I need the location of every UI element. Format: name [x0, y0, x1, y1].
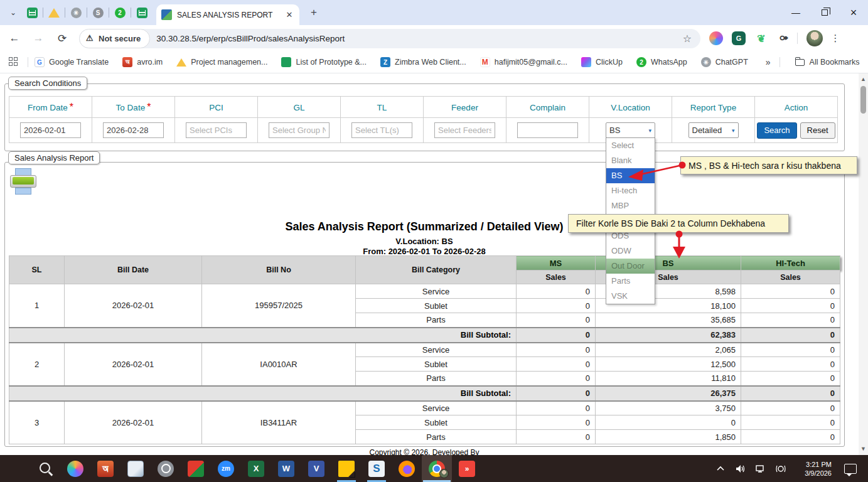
profile-avatar[interactable] [806, 30, 823, 46]
extension-leaf-icon[interactable]: ❦ [754, 31, 768, 45]
bill-category-cell: Service [356, 401, 517, 415]
taskbar-firefox[interactable] [392, 455, 422, 482]
taskbar-chrome[interactable] [422, 455, 452, 482]
sales-value-cell: 0 [741, 284, 840, 299]
restore-button[interactable] [810, 0, 839, 25]
pinned-tab-whatsapp[interactable]: 2 [109, 2, 131, 23]
pinned-tab-drive[interactable] [43, 2, 65, 23]
tray-chevron-icon[interactable] [715, 463, 726, 474]
chrome-profile-avatar [439, 469, 449, 478]
table-row: 32026-02-01IB3411ARService03,7500 [9, 401, 840, 415]
bookmark-item[interactable]: Mhafijmit05@gmail.c... [480, 57, 567, 67]
bookmark-item[interactable]: List of Prototype &... [281, 57, 367, 67]
search-button[interactable]: Search [757, 122, 796, 139]
tab-search-button[interactable]: ⌄ [5, 4, 21, 21]
browser-menu-icon[interactable]: ⋮ [829, 32, 842, 45]
field-label: Action [785, 103, 808, 112]
to-date-input[interactable] [103, 122, 164, 138]
taskbar-anydesk[interactable]: » [452, 455, 482, 482]
minimize-button[interactable]: — [781, 0, 810, 25]
gl-input[interactable] [269, 122, 330, 138]
field-label: From Date [28, 103, 68, 112]
report-legend: Sales Analysis Report [8, 151, 100, 164]
forward-button[interactable]: → [29, 29, 48, 48]
extension-grammarly-icon[interactable]: G [732, 31, 746, 45]
apps-grid-icon[interactable] [9, 57, 19, 67]
taskbar-avro-keyboard[interactable]: অ [90, 455, 121, 482]
sheets-icon [27, 8, 38, 18]
complain-input[interactable] [517, 122, 578, 138]
taskbar-word[interactable]: W [271, 455, 301, 482]
pinned-tab-sheets[interactable] [21, 2, 43, 23]
taskbar-windows-start[interactable] [0, 455, 30, 482]
extension-monica-icon[interactable] [709, 31, 723, 45]
pinned-tab-globe[interactable]: S [87, 2, 109, 23]
new-tab-button[interactable]: + [306, 4, 322, 21]
bookmark-star-icon[interactable]: ☆ [683, 33, 692, 45]
network-icon[interactable] [755, 463, 766, 474]
bookmark-item[interactable]: ZZimbra Web Client... [380, 57, 466, 67]
taskbar-notepad[interactable] [121, 455, 151, 482]
active-tab[interactable]: SALES ANALYSIS REPORT ✕ [156, 4, 299, 25]
reset-button[interactable]: Reset [800, 122, 835, 139]
close-button[interactable]: × [839, 0, 868, 25]
dropdown-option-out-door[interactable]: Out Door [606, 259, 655, 274]
reload-button[interactable]: ⟳ [53, 29, 72, 48]
dropdown-option-hi-tech[interactable]: Hi-tech [606, 183, 655, 198]
feeder-input[interactable] [434, 122, 495, 138]
tl-input[interactable] [351, 122, 412, 138]
subtotal-label: Bill Subtotal: [9, 386, 517, 401]
bookmark-item[interactable]: ✳ChatGPT [701, 57, 748, 67]
dropdown-option-mbp[interactable]: MBP [606, 198, 655, 213]
back-button[interactable]: ← [5, 29, 24, 48]
tab-close-icon[interactable]: ✕ [284, 10, 294, 20]
pinned-tab-sheets-2[interactable] [131, 2, 153, 23]
dropdown-option-odw[interactable]: ODW [606, 244, 655, 259]
taskbar-copilot[interactable] [60, 455, 90, 482]
scrollbar-thumb[interactable] [860, 86, 866, 114]
extensions-puzzle-icon[interactable]: ⚩ [777, 31, 791, 45]
volume-icon[interactable] [735, 463, 746, 474]
bookmark-item[interactable]: Project managemen... [176, 58, 267, 67]
v-location-select[interactable]: BS▾ [606, 122, 655, 138]
print-icon[interactable] [10, 168, 36, 196]
taskbar-excel[interactable]: X [241, 455, 271, 482]
bookmark-item[interactable]: 2WhatsApp [636, 57, 687, 67]
bookmarks-overflow-chevron[interactable]: » [766, 57, 771, 67]
sales-value-cell: 0 [517, 430, 596, 444]
dropdown-option-bs[interactable]: BS [606, 168, 655, 183]
taskbar-visio[interactable]: V [301, 455, 331, 482]
bookmark-item[interactable]: ClickUp [581, 57, 623, 67]
pci-input[interactable] [186, 122, 247, 138]
notification-center-icon[interactable] [844, 464, 857, 474]
subtotal-label: Bill Subtotal: [9, 328, 517, 343]
all-bookmarks-button[interactable]: All Bookmarks [795, 58, 860, 67]
taskbar-whatsapp-desktop[interactable] [151, 455, 181, 482]
page-scrollbar[interactable]: ▲ ▼ [859, 73, 868, 455]
dropdown-option-blank[interactable]: Blank [606, 153, 655, 168]
bookmark-item[interactable]: অavro.im [122, 57, 163, 67]
taskbar: অzmXWVS» 3:21 PM 3/9/2026 [0, 455, 868, 482]
globe-icon: S [93, 8, 104, 18]
address-bar[interactable]: ⚠ Not secure 30.30.28.5/erp/erp/csBillPr… [79, 29, 700, 48]
taskbar-s-editor[interactable]: S [362, 455, 392, 482]
clock[interactable]: 3:21 PM 3/9/2026 [795, 460, 832, 478]
taskbar-search[interactable] [30, 455, 60, 482]
dropdown-option-select[interactable]: Select [606, 138, 655, 153]
taskbar-zoom-app[interactable]: zm [211, 455, 241, 482]
report-type-select[interactable]: Detailed▾ [689, 122, 739, 138]
sales-subheader: Sales [517, 270, 596, 284]
pinned-tab-chatgpt[interactable]: ✳ [65, 2, 87, 23]
scroll-down-icon[interactable]: ▼ [859, 444, 868, 454]
scroll-up-icon[interactable]: ▲ [859, 75, 868, 84]
dropdown-option-vsk[interactable]: VSK [606, 289, 655, 304]
field-label: V.Location [611, 103, 650, 112]
dropdown-option-parts[interactable]: Parts [606, 274, 655, 289]
window-controls: — × [781, 0, 868, 25]
bookmark-item[interactable]: GGoogle Translate [35, 57, 109, 67]
capture-icon[interactable] [775, 463, 786, 474]
taskbar-sticky-notes[interactable] [331, 455, 362, 482]
security-chip[interactable]: ⚠ Not secure [79, 29, 150, 48]
from-date-input[interactable] [20, 122, 81, 138]
taskbar-bijoy[interactable] [181, 455, 211, 482]
